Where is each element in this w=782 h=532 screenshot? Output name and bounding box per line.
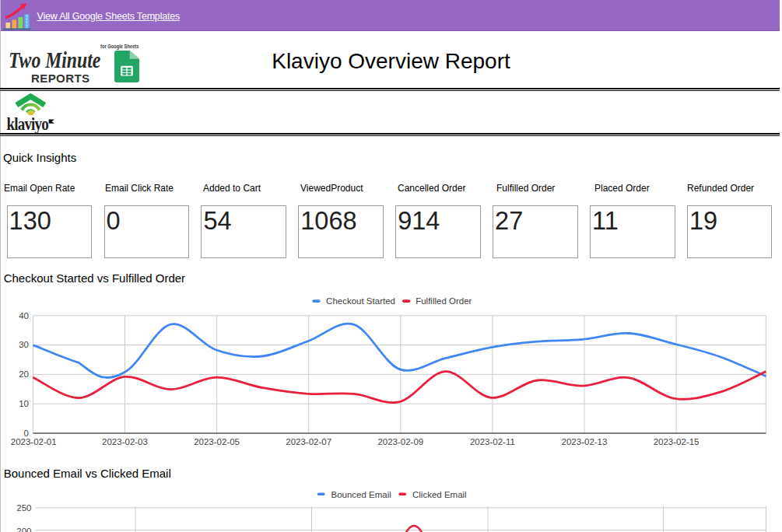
- svg-text:2023-02-03: 2023-02-03: [102, 437, 148, 446]
- svg-text:250: 250: [16, 503, 31, 513]
- svg-text:40: 40: [19, 311, 29, 320]
- svg-text:2023-02-07: 2023-02-07: [286, 437, 331, 446]
- svg-text:2023-02-09: 2023-02-09: [377, 437, 423, 446]
- svg-text:20: 20: [19, 369, 29, 379]
- svg-text:10: 10: [19, 399, 29, 408]
- svg-text:2023-02-11: 2023-02-11: [470, 437, 515, 446]
- svg-text:Checkout Started: Checkout Started: [326, 296, 395, 306]
- svg-text:200: 200: [16, 527, 31, 532]
- svg-text:Fulfilled Order: Fulfilled Order: [416, 296, 472, 306]
- svg-text:30: 30: [19, 340, 29, 349]
- svg-text:Checkout Started vs Fulfilled: Checkout Started vs Fulfilled Order: [4, 271, 185, 285]
- svg-text:2023-02-01: 2023-02-01: [11, 437, 57, 446]
- svg-text:Clicked Email: Clicked Email: [412, 490, 467, 499]
- svg-text:2023-02-15: 2023-02-15: [654, 437, 700, 446]
- svg-text:2023-02-13: 2023-02-13: [562, 437, 608, 446]
- svg-text:Bounced Email: Bounced Email: [331, 490, 391, 499]
- svg-text:Bounced Email vs Clicked Email: Bounced Email vs Clicked Email: [4, 467, 171, 480]
- svg-text:2023-02-05: 2023-02-05: [194, 437, 240, 446]
